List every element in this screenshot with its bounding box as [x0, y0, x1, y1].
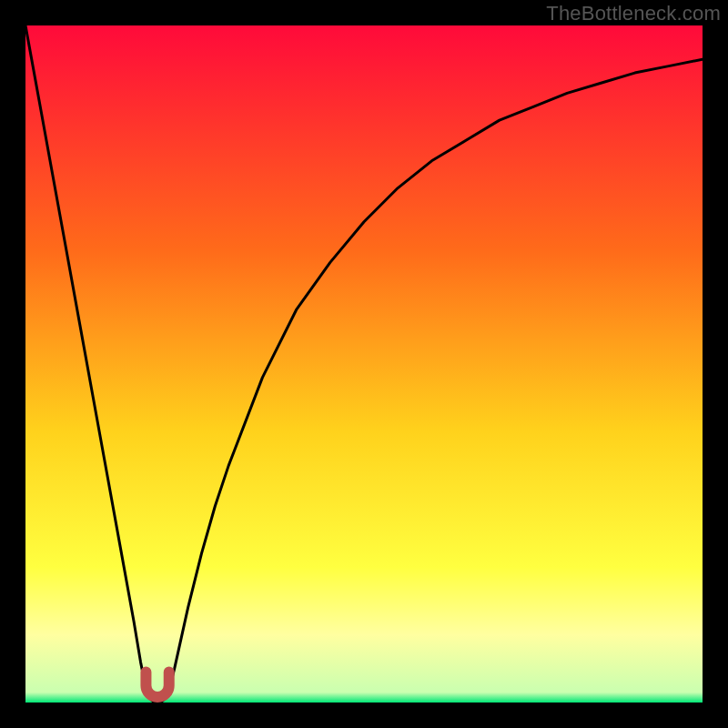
- chart-plot-area: [25, 25, 703, 703]
- watermark-text: TheBottleneck.com: [546, 2, 721, 25]
- gradient-background: [25, 25, 703, 703]
- chart-frame: TheBottleneck.com: [0, 0, 728, 728]
- bottleneck-chart: [25, 25, 703, 703]
